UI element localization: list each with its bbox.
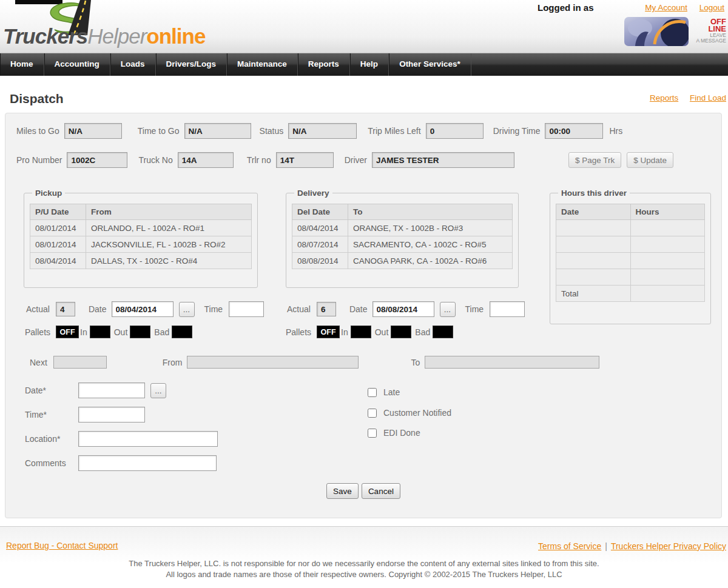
delivery-pallets-out-field[interactable] [391, 326, 411, 338]
pro-number-field[interactable] [67, 152, 127, 168]
arrival-date-row: Date* ... [25, 383, 166, 398]
save-button[interactable]: Save [326, 483, 359, 499]
terms-of-service-link[interactable]: Terms of Service [538, 541, 601, 551]
delivery-col-date: Del Date [292, 204, 348, 220]
pickup-row[interactable]: 08/01/2014 JACKSONVILLE, FL - 1002B - RO… [30, 236, 252, 253]
hours-row [556, 253, 705, 269]
hours-total-value [630, 286, 705, 302]
nav-item-help[interactable]: Help [350, 53, 389, 76]
reports-link[interactable]: Reports [650, 93, 678, 102]
footer-disclaimer-line2: All logos and trade names are those of t… [0, 570, 728, 579]
delivery-row[interactable]: 08/07/2014 SACRAMENTO, CA - 1002C - RO#5 [292, 236, 513, 253]
driver-field[interactable] [372, 152, 514, 168]
nav-item-home[interactable]: Home [0, 53, 44, 76]
load-action-buttons: $ Page Trk $ Update [568, 152, 673, 168]
pickup-fieldset: Pickup P/U Date From 08/01/2014 ORLANDO,… [24, 189, 258, 288]
account-links: My Account Logout [635, 3, 724, 12]
delivery-actual-row: Actual Date ... Time [287, 301, 525, 317]
delivery-time-field[interactable] [490, 301, 525, 317]
edi-done-checkbox-row: EDI Done [368, 428, 420, 438]
nav-item-reports[interactable]: Reports [298, 53, 350, 76]
trip-miles-left-label: Trip Miles Left [368, 126, 420, 136]
pickup-header-row: P/U Date From [30, 204, 252, 220]
arrival-location-field[interactable] [78, 431, 218, 447]
driving-time-label: Driving Time [493, 126, 541, 136]
late-checkbox-row: Late [368, 387, 400, 397]
update-button[interactable]: $ Update [627, 152, 673, 168]
delivery-table: Del Date To 08/04/2014 ORANGE, TX - 1002… [292, 204, 513, 269]
delivery-date-cell: 08/08/2014 [292, 253, 348, 269]
late-checkbox[interactable] [368, 388, 377, 397]
delivery-pallets-in-field[interactable] [351, 326, 371, 338]
privacy-policy-link[interactable]: Truckers Helper Privacy Policy [611, 541, 726, 551]
cancel-button[interactable]: Cancel [362, 483, 400, 499]
pickup-date-label: Date [89, 304, 107, 314]
arrival-date-browse-button[interactable]: ... [150, 383, 166, 398]
delivery-date-field[interactable] [372, 301, 434, 317]
live-chat-offline-badge[interactable]: OFF LINE LEAVE A MESSAGE [624, 17, 726, 48]
delivery-legend: Delivery [294, 189, 332, 198]
customer-notified-label: Customer Notified [383, 408, 451, 418]
report-bug-link[interactable]: Report Bug - Contact Support [6, 541, 118, 550]
customer-notified-checkbox[interactable] [368, 409, 377, 418]
my-account-link[interactable]: My Account [645, 3, 687, 12]
pickup-date-browse-button[interactable]: ... [179, 302, 195, 317]
delivery-date-cell: 08/04/2014 [292, 220, 348, 236]
delivery-pallets-out-label: Out [375, 327, 389, 337]
trlr-no-label: Trlr no [247, 155, 271, 165]
logo-online: online [146, 24, 205, 48]
delivery-pallets-bad-field[interactable] [433, 326, 453, 338]
logout-link[interactable]: Logout [699, 3, 724, 12]
pickup-col-from: From [86, 204, 252, 220]
late-label: Late [383, 387, 400, 397]
hours-total-label: Total [556, 286, 631, 302]
delivery-actual-label: Actual [287, 304, 311, 314]
pickup-pallets-off-toggle[interactable]: OFF [56, 326, 79, 338]
truck-no-field[interactable] [178, 152, 234, 168]
delivery-row[interactable]: 08/04/2014 ORANGE, TX - 1002B - RO#3 [292, 220, 513, 236]
delivery-pallets-off-toggle[interactable]: OFF [317, 326, 340, 338]
arrival-date-label: Date* [25, 386, 78, 395]
pickup-pallets-out-field[interactable] [130, 326, 150, 338]
arrival-comments-field[interactable] [78, 455, 217, 471]
nav-item-drivers-logs[interactable]: Drivers/Logs [156, 53, 228, 76]
pickup-pallets-in-field[interactable] [90, 326, 110, 338]
trlr-no-field[interactable] [276, 152, 334, 168]
pickup-time-field[interactable] [229, 301, 264, 317]
footer: Report Bug - Contact Support Terms of Se… [0, 526, 728, 588]
nav-item-loads[interactable]: Loads [110, 53, 156, 76]
form-actions: Save Cancel [5, 483, 721, 499]
arrival-time-field[interactable] [78, 407, 145, 423]
delivery-date-browse-button[interactable]: ... [440, 302, 456, 317]
hours-empty-cell [556, 269, 631, 286]
delivery-to-cell: ORANGE, TX - 1002B - RO#3 [348, 220, 513, 236]
truck-no-label: Truck No [138, 155, 172, 165]
miles-to-go-label: Miles to Go [16, 126, 59, 136]
page-title: Dispatch [10, 92, 64, 106]
hours-row [556, 220, 705, 236]
pickup-pallets-bad-label: Bad [154, 327, 169, 337]
customer-notified-checkbox-row: Customer Notified [368, 408, 451, 418]
edi-done-checkbox[interactable] [368, 429, 377, 438]
pickup-date-field[interactable] [112, 301, 174, 317]
page-trk-button[interactable]: $ Page Trk [568, 152, 621, 168]
pickup-pallets-out-label: Out [114, 327, 128, 337]
footer-separator: | [605, 541, 607, 551]
nav-item-other-services[interactable]: Other Services* [389, 53, 471, 76]
nav-item-maintenance[interactable]: Maintenance [227, 53, 298, 76]
pickup-row[interactable]: 08/01/2014 ORLANDO, FL - 1002A - RO#1 [30, 220, 252, 236]
pickup-table: P/U Date From 08/01/2014 ORLANDO, FL - 1… [30, 204, 252, 269]
pickup-actual-label: Actual [26, 304, 50, 314]
arrival-location-label: Location* [25, 434, 78, 444]
trip-summary-row: Miles to Go Time to Go Status Trip Miles… [16, 123, 622, 139]
nav-item-accounting[interactable]: Accounting [44, 53, 110, 76]
find-load-link[interactable]: Find Load [690, 93, 726, 102]
arrival-date-field[interactable] [78, 383, 145, 398]
time-to-go-field [184, 123, 251, 139]
hrs-label: Hrs [609, 126, 622, 136]
delivery-row[interactable]: 08/08/2014 CANOGA PARK, CA - 1002A - RO#… [292, 253, 513, 269]
pickup-row[interactable]: 08/04/2014 DALLAS, TX - 1002C - RO#4 [30, 253, 252, 269]
pickup-actual-field [56, 302, 75, 316]
pickup-pallets-bad-field[interactable] [172, 326, 192, 338]
delivery-date-label: Date [349, 304, 368, 314]
